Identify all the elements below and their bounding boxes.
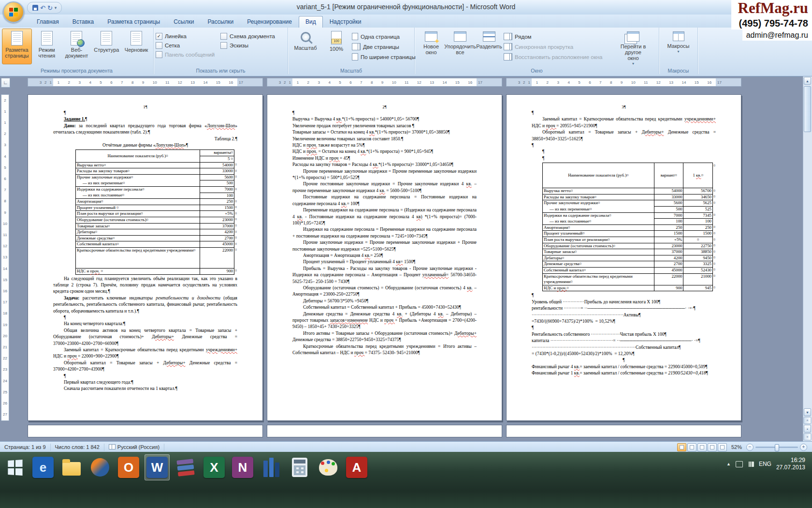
table-cell[interactable]: ¤: [683, 237, 713, 243]
button-Две страницы[interactable]: Две страницы: [352, 42, 416, 52]
paragraph[interactable]: Прочие переменные закупочные издержки = …: [292, 168, 477, 181]
table-cell[interactable]: 250: [683, 224, 713, 231]
paragraph[interactable]: ¶: [53, 314, 237, 321]
zoom-thumb[interactable]: [775, 444, 779, 451]
page-2[interactable]: 2¶¶Выручка = Выручка 4 кв.*(1+% прироста…: [267, 94, 502, 421]
table-cell[interactable]: [234, 180, 237, 187]
table-cell[interactable]: 3325: [683, 261, 713, 268]
paragraph[interactable]: Расходы на закупку товаров = Расходы 4 к…: [292, 162, 477, 168]
table-cell[interactable]: ¤: [234, 211, 237, 217]
internet-explorer-icon[interactable]: e: [30, 454, 56, 480]
calculator-icon[interactable]: [287, 454, 312, 480]
table-cell[interactable]: [713, 207, 716, 213]
table-cell[interactable]: [234, 156, 237, 163]
word-icon[interactable]: W: [145, 454, 170, 480]
view-button[interactable]: Режим чтения: [32, 29, 62, 64]
table-cell[interactable]: ¤: [713, 212, 716, 219]
draft-view-button[interactable]: [718, 443, 727, 451]
zoom-in-button[interactable]: +: [800, 444, 807, 451]
paragraph[interactable]: НДС и проч. = Остатки на конец 4 кв.*(1+…: [292, 149, 477, 155]
page-indicator[interactable]: Страница: 1 из 9: [0, 444, 51, 451]
tab-Вставка[interactable]: Вставка: [66, 16, 101, 28]
table-cell[interactable]: ¤: [234, 217, 237, 223]
winrar-icon[interactable]: [173, 454, 198, 480]
table-cell[interactable]: ¤: [234, 205, 237, 211]
select-browse-object-button[interactable]: •: [804, 425, 811, 433]
paragraph[interactable]: капитала ·······························…: [532, 338, 716, 344]
table-cell[interactable]: Товарные запасы¤: [543, 249, 654, 255]
table-cell[interactable]: 54000: [200, 162, 234, 168]
table-cell[interactable]: 2700: [654, 261, 683, 268]
checkbox-Сетка[interactable]: Сетка: [156, 41, 215, 50]
word-count[interactable]: Число слов: 1 842: [51, 444, 104, 451]
scroll-up-button[interactable]: ▲: [804, 77, 811, 85]
view-button[interactable]: Черновик: [121, 29, 151, 64]
button-По ширине страницы[interactable]: По ширине страницы: [352, 52, 416, 62]
table-cell[interactable]: 7345: [683, 212, 713, 219]
table-cell[interactable]: — из них переменные¤: [76, 180, 200, 187]
table-cell[interactable]: Собственный капитал¤: [543, 267, 654, 273]
table-cell[interactable]: 945: [683, 285, 713, 291]
table-cell[interactable]: ¤: [713, 200, 716, 207]
table-cell[interactable]: Амортизация¤: [543, 224, 654, 231]
table-cell[interactable]: ¤: [713, 261, 716, 268]
table-cell[interactable]: 1500: [683, 231, 713, 237]
table-cell[interactable]: Собственный капитал¤: [76, 241, 200, 248]
paragraph[interactable]: Дано: за последний квартал предыдущего г…: [53, 123, 237, 136]
paragraph[interactable]: Заемный капитал = Краткосрочные обязател…: [532, 116, 716, 129]
table-cell[interactable]: Дебиторы¤: [76, 229, 200, 236]
button-Рядом[interactable]: Рядом: [504, 31, 618, 42]
table-cell[interactable]: ¤: [234, 268, 237, 274]
paragraph[interactable]: ········································…: [532, 312, 716, 318]
page-3[interactable]: 3¶¶Заемный капитал = Краткосрочные обяза…: [506, 94, 741, 421]
table-cell[interactable]: Амортизация¤: [76, 199, 200, 205]
paragraph[interactable]: Итого активы = Товарные запасы + Оборудо…: [292, 330, 477, 344]
paragraph[interactable]: ¶: [532, 110, 716, 116]
paragraph[interactable]: ¶: [292, 110, 477, 116]
page-1[interactable]: 1¶¶Задание 1.¶Дано: за последний квартал…: [28, 94, 263, 421]
tab-Главная[interactable]: Главная: [30, 16, 66, 28]
outlook-icon[interactable]: O: [116, 454, 141, 480]
tab-Рассылки[interactable]: Рассылки: [201, 16, 240, 28]
vertical-scrollbar[interactable]: ▲ ▼ « • »: [803, 76, 812, 441]
ruler-tab-selector[interactable]: ∟: [1, 78, 10, 88]
paragraph[interactable]: Оборотный капитал = Товарные запасы + Де…: [53, 360, 237, 373]
table-cell[interactable]: 33000: [200, 168, 234, 175]
paragraph[interactable]: Товарные запасы = Остатки на конец 4 кв.…: [292, 129, 477, 135]
paragraph[interactable]: рентабельности ···········= ··──────────…: [532, 305, 716, 312]
table-cell[interactable]: 37000: [200, 223, 234, 229]
table-cell[interactable]: 7000: [200, 187, 234, 193]
redo-icon[interactable]: ↻: [47, 5, 53, 11]
table-cell[interactable]: 500: [200, 180, 234, 187]
table-cell[interactable]: 4200: [200, 229, 234, 236]
firefox-icon[interactable]: [87, 454, 113, 480]
table-cell[interactable]: Расходы на закупку товаров¤: [543, 194, 654, 200]
table-cell[interactable]: 34650: [683, 194, 713, 200]
tab-Вид[interactable]: Вид: [299, 16, 323, 28]
paragraph[interactable]: Амортизация = Амортизация 4 кв.= 250¶: [292, 253, 477, 259]
paragraph[interactable]: Задача: рассчитать ключевые индикаторы р…: [53, 295, 237, 314]
table-cell[interactable]: ¤: [234, 168, 237, 175]
table-cell[interactable]: Дебиторы¤: [543, 255, 654, 261]
table-cell[interactable]: ¤: [713, 194, 716, 200]
start-button[interactable]: [2, 454, 27, 480]
paragraph[interactable]: Прочие закупочные издержки = Прочие пере…: [292, 239, 477, 253]
table-cell[interactable]: Наименование показателя (руб.)¤: [543, 163, 654, 188]
action-center-icon[interactable]: [736, 461, 743, 467]
table-cell[interactable]: 100: [683, 219, 713, 225]
tab-Надстройки[interactable]: Надстройки: [323, 16, 368, 28]
view-button[interactable]: Разметка страницы: [2, 29, 32, 64]
table-cell[interactable]: 23000: [654, 243, 683, 249]
paragraph[interactable]: ¶: [532, 142, 716, 149]
table-cell[interactable]: 500: [654, 207, 683, 213]
table-cell[interactable]: План роста выручки от реализации¤: [76, 211, 200, 217]
table-cell[interactable]: ¤: [713, 188, 716, 194]
paragraph[interactable]: Уровень общей ··············Прибыль до н…: [532, 299, 716, 305]
table-cell[interactable]: ¤: [713, 243, 716, 249]
table-cell[interactable]: ¤: [234, 162, 237, 168]
table-cell[interactable]: 5 ¤: [200, 156, 234, 163]
zoom-out-button[interactable]: −: [746, 444, 754, 451]
paragraph[interactable]: Краткосрочные обязательства перед кредит…: [292, 344, 477, 357]
table-cell[interactable]: 7000: [654, 212, 683, 219]
table-cell[interactable]: Выручка нетто¤: [76, 162, 200, 168]
